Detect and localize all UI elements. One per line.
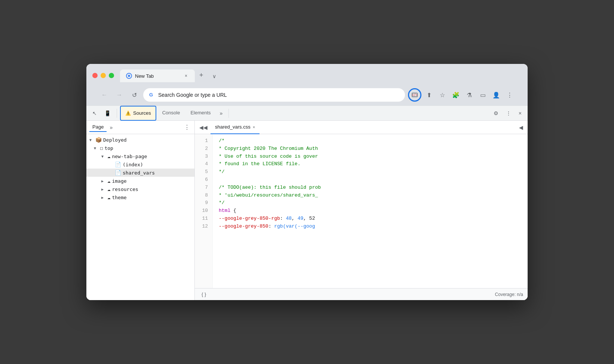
- cloud-icon: ☁: [107, 194, 110, 200]
- devtools-options-button[interactable]: ⋮: [503, 109, 514, 118]
- devtools-main: Page » ⋮ ▼ 📦 Deployed ▼ ☐: [86, 121, 528, 300]
- tab-favicon: [126, 73, 132, 79]
- cloud-icon: ☁: [107, 178, 110, 184]
- tree-item-index[interactable]: ▶ 📄 (index): [86, 160, 194, 169]
- devtools-close-button[interactable]: ×: [516, 109, 525, 118]
- reload-icon: ↺: [132, 92, 137, 99]
- tab-title: New Tab: [135, 73, 180, 79]
- line-num-2: 2: [199, 145, 208, 153]
- sidebar-more-button[interactable]: »: [108, 123, 114, 132]
- account-icon: 👤: [492, 92, 500, 99]
- line-num-10: 10: [199, 207, 208, 215]
- share-button[interactable]: ⬆: [423, 89, 435, 101]
- device-icon: 📱: [104, 110, 111, 116]
- minimize-window-button[interactable]: [101, 73, 106, 78]
- share-icon: ⬆: [427, 92, 432, 99]
- extensions-icon: 🧩: [452, 92, 460, 99]
- code-line-9: */: [219, 199, 522, 207]
- bookmark-icon: ☆: [440, 92, 445, 99]
- sources-tab-label: Sources: [133, 110, 151, 116]
- coverage-text: Coverage: n/a: [495, 292, 523, 297]
- line-num-6: 6: [199, 176, 208, 184]
- account-button[interactable]: 👤: [490, 89, 502, 101]
- tree-item-theme[interactable]: ▶ ☁ theme: [86, 193, 194, 201]
- tree-label-index: (index): [123, 162, 143, 167]
- code-line-2: * Copyright 2020 The Chromium Auth: [219, 145, 522, 153]
- bookmark-button[interactable]: ☆: [436, 89, 448, 101]
- line-num-5: 5: [199, 168, 208, 176]
- splitscreen-button[interactable]: ▭: [477, 89, 489, 101]
- back-button[interactable]: ←: [98, 89, 110, 101]
- folder-icon: 📦: [95, 137, 102, 143]
- forward-button[interactable]: →: [113, 89, 125, 101]
- address-bar[interactable]: G Search Google or type a URL: [143, 88, 405, 102]
- window-controls: [92, 73, 114, 78]
- sidebar-menu-button[interactable]: ⋮: [182, 122, 191, 132]
- address-bar-row: ← → ↺ G Search Google or type a URL </>: [92, 85, 522, 105]
- collapse-right-button[interactable]: ◀: [516, 123, 526, 132]
- editor-tab-filename: shared_vars.css: [215, 124, 251, 130]
- tree-item-new-tab-page[interactable]: ▼ ☁ new-tab-page: [86, 152, 194, 160]
- editor-tabs: ◀◀ shared_vars.css × ◀: [195, 121, 528, 134]
- devtools-toggle-button[interactable]: </>: [408, 88, 421, 102]
- google-logo: G: [149, 92, 155, 98]
- cloud-icon: ☁: [107, 153, 110, 159]
- svg-point-1: [128, 75, 130, 77]
- tab-sources[interactable]: ⚠️ Sources: [120, 106, 156, 121]
- cursor-icon: ↖: [92, 110, 97, 116]
- svg-text:</>: </>: [412, 93, 418, 97]
- line-numbers: 1 2 3 4 5 6 7 8 9 10 11 12: [195, 134, 213, 288]
- tab-elements[interactable]: Elements: [186, 106, 215, 121]
- editor-footer: { } Coverage: n/a: [195, 288, 528, 300]
- devtools-settings-button[interactable]: ⚙: [491, 109, 501, 118]
- code-line-8: * 'ui/webui/resources/shared_vars_: [219, 192, 522, 200]
- toolbar-actions: </> ⬆ ☆ 🧩 ⚗ ▭ 👤: [408, 88, 516, 102]
- tree-item-image[interactable]: ▶ ☁ image: [86, 177, 194, 185]
- title-bar-top: New Tab × + ∨: [92, 68, 522, 82]
- menu-button[interactable]: ⋮: [504, 89, 516, 101]
- cloud-icon: ☁: [107, 186, 110, 192]
- line-num-8: 8: [199, 192, 208, 200]
- more-tabs-button[interactable]: »: [217, 109, 226, 118]
- code-line-10: html {: [219, 207, 522, 215]
- new-tab-button[interactable]: +: [195, 68, 208, 82]
- tree-label-deployed: Deployed: [103, 137, 127, 143]
- editor-tab-shared-vars[interactable]: shared_vars.css ×: [211, 121, 260, 134]
- element-selector-button[interactable]: ↖: [89, 109, 100, 118]
- reload-button[interactable]: ↺: [128, 89, 140, 101]
- device-toggle-button[interactable]: 📱: [101, 109, 114, 118]
- tree-item-top[interactable]: ▼ ☐ top: [86, 144, 194, 152]
- tree-item-resources[interactable]: ▶ ☁ resources: [86, 185, 194, 193]
- tree-label-new-tab-page: new-tab-page: [112, 154, 147, 159]
- close-window-button[interactable]: [92, 73, 98, 78]
- browser-tab[interactable]: New Tab ×: [120, 70, 195, 82]
- address-text: Search Google or type a URL: [158, 92, 399, 98]
- page-tab[interactable]: Page: [89, 123, 107, 132]
- maximize-window-button[interactable]: [109, 73, 114, 78]
- elements-tab-label: Elements: [190, 110, 211, 115]
- format-button[interactable]: { }: [199, 291, 208, 298]
- console-tab-label: Console: [162, 110, 180, 115]
- collapse-sidebar-button[interactable]: ◀◀: [196, 123, 211, 132]
- code-lines[interactable]: /* * Copyright 2020 The Chromium Auth * …: [213, 134, 528, 288]
- line-num-11: 11: [199, 215, 208, 223]
- tab-list-button[interactable]: ∨: [208, 70, 221, 82]
- tree-item-deployed[interactable]: ▼ 📦 Deployed: [86, 136, 194, 144]
- line-num-12: 12: [199, 223, 208, 231]
- editor-tab-close-button[interactable]: ×: [253, 125, 255, 129]
- code-line-3: * Use of this source code is gover: [219, 153, 522, 161]
- flask-button[interactable]: ⚗: [463, 89, 475, 101]
- tab-console[interactable]: Console: [158, 106, 185, 121]
- code-line-6: [219, 176, 522, 184]
- tab-close-button[interactable]: ×: [183, 73, 189, 79]
- line-num-7: 7: [199, 184, 208, 192]
- title-bar: New Tab × + ∨ ← → ↺ G Search Google or t…: [86, 64, 528, 105]
- menu-icon: ⋮: [507, 92, 513, 99]
- tree-label-resources: resources: [112, 186, 138, 192]
- extensions-button[interactable]: 🧩: [450, 89, 462, 101]
- code-line-5: */: [219, 168, 522, 176]
- code-line-1: /*: [219, 137, 522, 145]
- tree-item-shared-vars[interactable]: ▶ 📄 shared_vars: [86, 169, 194, 177]
- tree-label-theme: theme: [112, 195, 126, 200]
- devtools-toolbar: ↖ 📱 ⚠️ Sources Console Elements » ⚙ ⋮ ×: [86, 106, 528, 121]
